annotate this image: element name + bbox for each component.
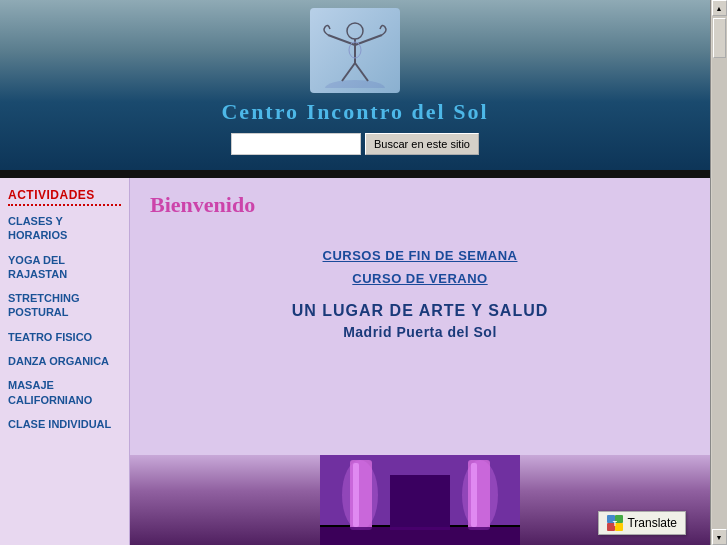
sidebar: ACTIVIDADES CLASES Y HORARIOS YOGA DEL R…	[0, 178, 130, 545]
svg-point-15	[342, 460, 378, 530]
welcome-title: Bienvenido	[150, 192, 690, 218]
sidebar-section-label: ACTIVIDADES	[8, 188, 121, 202]
page-wrapper: Centro Incontro del Sol Buscar en este s…	[0, 0, 727, 545]
sidebar-item-teatro[interactable]: TEATRO FISICO	[8, 330, 121, 344]
svg-rect-17	[320, 527, 520, 545]
svg-line-5	[342, 63, 355, 81]
svg-point-0	[325, 80, 385, 88]
sidebar-item-masaje[interactable]: MASAJE CALIFORNIANO	[8, 378, 121, 407]
tagline: UN LUGAR DE ARTE Y SALUD Madrid Puerta d…	[150, 302, 690, 340]
separator-bar	[0, 170, 710, 178]
scrollbar-thumb[interactable]	[713, 18, 726, 58]
room-image-svg	[320, 455, 520, 545]
main-panel: Bienvenido CURSOS DE FIN DE SEMANA CURSO…	[130, 178, 710, 545]
course-link-verano[interactable]: CURSO DE VERANO	[150, 271, 690, 286]
sidebar-item-yoga[interactable]: YOGA DEL RAJASTAN	[8, 253, 121, 282]
search-input[interactable]	[231, 133, 361, 155]
svg-text:T: T	[613, 520, 618, 527]
logo-container	[310, 8, 400, 93]
sidebar-item-clase-individual[interactable]: CLASE INDIVIDUAL	[8, 417, 121, 431]
sidebar-item-stretching[interactable]: STRETCHING POSTURAL	[8, 291, 121, 320]
search-button[interactable]: Buscar en este sitio	[365, 133, 479, 155]
search-bar: Buscar en este sitio	[231, 133, 479, 155]
svg-point-16	[462, 460, 498, 530]
site-header: Centro Incontro del Sol Buscar en este s…	[0, 0, 710, 170]
sidebar-item-danza[interactable]: DANZA ORGANICA	[8, 354, 121, 368]
main-content: Centro Incontro del Sol Buscar en este s…	[0, 0, 710, 545]
course-links: CURSOS DE FIN DE SEMANA CURSO DE VERANO	[150, 248, 690, 286]
svg-rect-14	[390, 475, 450, 530]
scrollbar[interactable]: ▲ ▼	[710, 0, 727, 545]
sidebar-item-clases[interactable]: CLASES Y HORARIOS	[8, 214, 121, 243]
sidebar-divider	[8, 204, 121, 206]
translate-icon: T	[607, 515, 623, 531]
scroll-down-button[interactable]: ▼	[712, 529, 727, 545]
svg-line-6	[355, 63, 368, 81]
translate-button[interactable]: T Translate	[598, 511, 686, 535]
translate-label: Translate	[627, 516, 677, 530]
svg-point-1	[347, 23, 363, 39]
course-link-fin-semana[interactable]: CURSOS DE FIN DE SEMANA	[150, 248, 690, 263]
scroll-up-button[interactable]: ▲	[712, 0, 727, 16]
tagline-sub: Madrid Puerta del Sol	[150, 324, 690, 340]
scrollbar-track[interactable]	[712, 16, 727, 529]
site-title: Centro Incontro del Sol	[221, 99, 488, 125]
content-area: ACTIVIDADES CLASES Y HORARIOS YOGA DEL R…	[0, 178, 710, 545]
tagline-main: UN LUGAR DE ARTE Y SALUD	[150, 302, 690, 320]
site-logo	[320, 13, 390, 88]
